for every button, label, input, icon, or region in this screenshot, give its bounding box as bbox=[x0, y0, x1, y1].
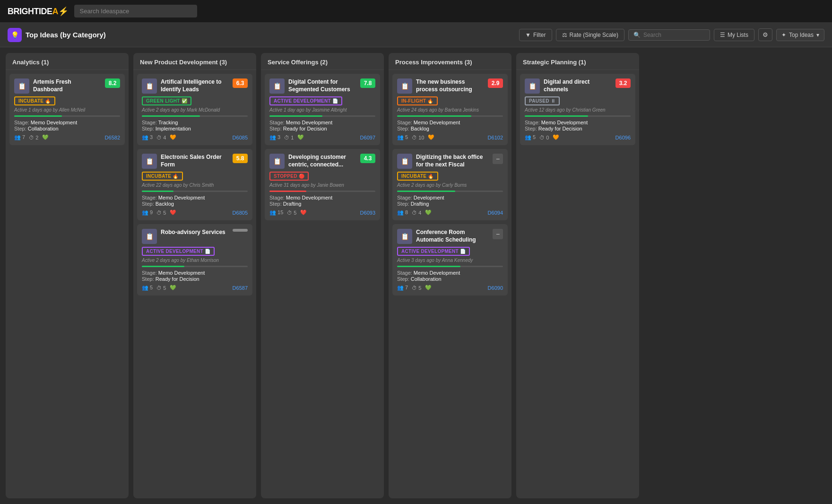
card-id: D6090 bbox=[488, 285, 503, 291]
card-meta: Active 24 days ago by Barbara Jenkins bbox=[397, 107, 503, 113]
card-c8[interactable]: 📋Digitizing the back office for the next… bbox=[392, 149, 508, 220]
comments-count: ⏱ 5 bbox=[156, 210, 166, 216]
card-step: Step: Collaboration bbox=[14, 126, 120, 131]
card-step: Step: Ready for Decision bbox=[142, 276, 248, 282]
comments-count: ⏱ 5 bbox=[412, 285, 421, 291]
progress-track bbox=[14, 115, 120, 117]
column-body-new-product: 📋Artifical Intelligence to Identify Lead… bbox=[133, 70, 256, 498]
card-title: Digital and direct channels bbox=[544, 78, 612, 93]
card-stage: Stage: Memo Development bbox=[142, 270, 248, 276]
search-input[interactable] bbox=[643, 32, 705, 38]
card-footer: 👥 7 ⏱ 5 💚 D6090 bbox=[397, 285, 503, 291]
comments-count: ⏱ 5 bbox=[287, 210, 296, 216]
card-meta: Active 31 days ago by Janie Bowen bbox=[269, 182, 375, 188]
status-badge: STOPPED 🔴 bbox=[269, 172, 309, 181]
minus-button[interactable]: − bbox=[493, 154, 503, 164]
card-c9[interactable]: 📋Conference Room Automatic Scheduling−AC… bbox=[392, 224, 508, 295]
card-meta: Active 1 days ago by Allen McNeil bbox=[14, 107, 120, 113]
progress-fill bbox=[269, 191, 306, 192]
card-footer: 👥 5 ⏱ 0 🧡 D6096 bbox=[525, 134, 631, 140]
score-badge: 4.3 bbox=[360, 154, 375, 163]
score-badge: 5.8 bbox=[233, 154, 248, 163]
card-stage: Stage: Memo Development bbox=[14, 120, 120, 125]
card-meta: Active 12 days ago by Christian Green bbox=[525, 107, 631, 113]
card-c4[interactable]: 📋Robo-advisory ServicesACTIVE DEVELOPMEN… bbox=[137, 224, 252, 295]
progress-track bbox=[397, 266, 503, 267]
card-c6[interactable]: 📋Developing customer centric, connected.… bbox=[265, 149, 380, 220]
card-stage: Stage: Memo Development bbox=[269, 120, 375, 125]
filter-label: Filter bbox=[533, 32, 546, 38]
progress-track bbox=[269, 191, 375, 192]
card-doc-icon: 📋 bbox=[525, 78, 540, 94]
card-id: D6096 bbox=[615, 135, 631, 140]
comments-count: ⏱ 4 bbox=[412, 210, 421, 216]
rate-button[interactable]: ⚖ Rate (Single Scale) bbox=[556, 29, 624, 41]
page-icon: 💡 bbox=[8, 28, 22, 42]
settings-button[interactable]: ⚙ bbox=[758, 28, 772, 41]
card-c10[interactable]: 📋Digital and direct channels3.2PAUSED ⏸A… bbox=[520, 74, 635, 145]
card-step: Step: Backlog bbox=[397, 126, 503, 131]
card-stage: Stage: Memo Development bbox=[142, 195, 248, 200]
card-step: Step: Implementation bbox=[142, 126, 248, 131]
card-footer: 👥 5 ⏱ 5 💚 D6587 bbox=[142, 285, 248, 291]
column-service-offerings: Service Offerings (2)📋Digital Content fo… bbox=[261, 53, 384, 498]
top-ideas-dropdown[interactable]: ✦ Top Ideas ▾ bbox=[776, 29, 824, 41]
card-meta: Active 2 days ago by Mark McDonald bbox=[142, 107, 248, 113]
card-id: D6587 bbox=[233, 285, 248, 291]
my-lists-button[interactable]: ☰ My Lists bbox=[714, 29, 754, 41]
score-badge: 2.9 bbox=[488, 78, 503, 88]
card-stage: Stage: Memo Development bbox=[525, 120, 631, 125]
gear-icon: ⚙ bbox=[763, 31, 768, 38]
card-meta: Active 1 day ago by Jasmine Albright bbox=[269, 107, 375, 113]
card-doc-icon: 📋 bbox=[142, 154, 157, 169]
heart-icon: 💚 bbox=[297, 134, 304, 140]
card-title: Electronic Sales Order Form bbox=[161, 154, 229, 168]
card-title: Robo-advisory Services bbox=[161, 229, 229, 236]
progress-fill bbox=[142, 191, 173, 192]
card-footer: 👥 7 ⏱ 2 💚 D6582 bbox=[14, 134, 120, 140]
status-badge: ACTIVE DEVELOPMENT 📄 bbox=[142, 247, 215, 256]
comments-count: ⏱ 5 bbox=[156, 285, 166, 291]
page-title: Top Ideas (by Category) bbox=[26, 31, 515, 39]
card-title: Conference Room Automatic Scheduling bbox=[416, 229, 489, 243]
progress-track bbox=[397, 115, 503, 117]
filter-button[interactable]: ▼ Filter bbox=[519, 29, 552, 41]
column-header-process-improvements: Process Improvements (3) bbox=[389, 53, 511, 70]
card-title: Digitizing the back office for the next … bbox=[416, 154, 489, 168]
heart-icon: 💚 bbox=[170, 285, 176, 291]
heart-icon: 💚 bbox=[425, 209, 432, 216]
card-doc-icon: 📋 bbox=[142, 229, 157, 244]
card-footer: 👥 9 ⏱ 5 ❤️ D6805 bbox=[142, 209, 248, 216]
column-body-strategic-planning: 📋Digital and direct channels3.2PAUSED ⏸A… bbox=[516, 70, 639, 498]
column-body-service-offerings: 📋Digital Content for Segmented Customers… bbox=[261, 70, 384, 498]
card-doc-icon: 📋 bbox=[269, 78, 285, 94]
card-step: Step: Collaboration bbox=[397, 276, 503, 282]
card-c3[interactable]: 📋Electronic Sales Order Form5.8INCUBATE … bbox=[137, 149, 252, 220]
progress-track bbox=[397, 191, 503, 192]
card-title: Digital Content for Segmented Customers bbox=[288, 78, 356, 93]
card-footer: 👥 3 ⏱ 1 💚 D6097 bbox=[269, 134, 375, 140]
minus-button[interactable]: − bbox=[493, 229, 503, 239]
column-header-new-product: New Product Development (3) bbox=[133, 53, 256, 70]
card-meta: Active 22 days ago by Chris Smith bbox=[142, 182, 248, 188]
followers-count: 👥 15 bbox=[269, 209, 283, 216]
card-c7[interactable]: 📋The new business process outsourcing2.9… bbox=[392, 74, 508, 145]
status-badge: PAUSED ⏸ bbox=[525, 96, 560, 105]
status-badge: INCUBATE 🔥 bbox=[14, 96, 55, 105]
status-badge: GREEN LIGHT ✅ bbox=[142, 96, 191, 105]
card-c1[interactable]: 📋Artemis Fresh Dashboard8.2INCUBATE 🔥Act… bbox=[9, 74, 125, 145]
card-c2[interactable]: 📋Artifical Intelligence to Identify Lead… bbox=[137, 74, 252, 145]
card-c5[interactable]: 📋Digital Content for Segmented Customers… bbox=[265, 74, 380, 145]
my-lists-label: My Lists bbox=[728, 32, 748, 38]
nav-search-input[interactable] bbox=[74, 5, 197, 17]
card-meta: Active 2 days ago by Ethan Morrison bbox=[142, 258, 248, 263]
card-step: Step: Drafting bbox=[397, 201, 503, 207]
column-body-analytics: 📋Artemis Fresh Dashboard8.2INCUBATE 🔥Act… bbox=[6, 70, 129, 498]
star-icon: ✦ bbox=[781, 32, 786, 38]
card-meta: Active 2 days ago by Carly Burns bbox=[397, 182, 503, 188]
card-step: Step: Ready for Decision bbox=[525, 126, 631, 131]
comments-count: ⏱ 1 bbox=[284, 135, 294, 140]
card-doc-icon: 📋 bbox=[397, 229, 412, 244]
card-title: Developing customer centric, connected..… bbox=[288, 154, 356, 168]
heart-icon: 🧡 bbox=[553, 134, 559, 140]
